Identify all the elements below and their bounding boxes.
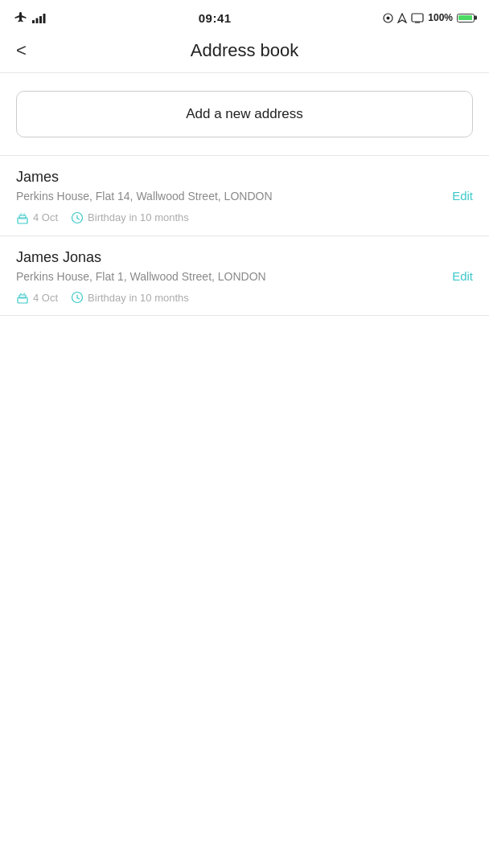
cake-icon xyxy=(16,291,29,304)
contact-edit-button[interactable]: Edit xyxy=(452,189,473,203)
location-icon xyxy=(383,13,393,23)
contact-name: James xyxy=(16,169,473,186)
svg-rect-6 xyxy=(412,14,423,22)
birthday-meta: 4 Oct xyxy=(16,291,58,304)
signal-icon xyxy=(32,13,47,23)
svg-rect-0 xyxy=(32,20,35,23)
svg-rect-3 xyxy=(43,14,46,23)
svg-line-14 xyxy=(77,218,80,219)
svg-rect-2 xyxy=(39,16,42,23)
screen-icon xyxy=(411,13,424,23)
status-right: 100% xyxy=(383,12,475,23)
contact-name: James Jonas xyxy=(16,249,473,266)
birthday-countdown-meta: Birthday in 10 months xyxy=(71,291,189,304)
status-bar: 09:41 100% xyxy=(0,0,489,32)
contact-meta: 4 Oct Birthday in 10 months xyxy=(16,211,473,224)
status-left xyxy=(14,12,47,23)
contact-address-row: Perkins House, Flat 14, Wallwood Street,… xyxy=(16,189,473,205)
back-button[interactable]: < xyxy=(16,42,27,59)
svg-line-21 xyxy=(77,298,80,300)
birthday-countdown: Birthday in 10 months xyxy=(88,211,189,223)
contact-item: James Perkins House, Flat 14, Wallwood S… xyxy=(0,156,489,235)
page-title: Address book xyxy=(191,40,299,61)
contact-edit-button[interactable]: Edit xyxy=(452,269,473,283)
navigation-icon xyxy=(397,13,407,23)
contact-address: Perkins House, Flat 1, Wallwood Street, … xyxy=(16,269,444,285)
clock-icon xyxy=(71,291,84,304)
contact-item: James Jonas Perkins House, Flat 1, Wallw… xyxy=(0,236,489,316)
birthday-date: 4 Oct xyxy=(33,211,58,223)
status-time: 09:41 xyxy=(199,11,232,25)
cake-icon xyxy=(16,211,29,224)
birthday-date: 4 Oct xyxy=(33,292,58,304)
add-address-button[interactable]: Add a new address xyxy=(16,91,473,137)
contact-address: Perkins House, Flat 14, Wallwood Street,… xyxy=(16,189,444,205)
page-header: < Address book xyxy=(0,32,489,73)
contact-address-row: Perkins House, Flat 1, Wallwood Street, … xyxy=(16,269,473,285)
birthday-countdown-meta: Birthday in 10 months xyxy=(71,211,189,224)
battery-icon xyxy=(457,14,475,23)
birthday-meta: 4 Oct xyxy=(16,211,58,224)
svg-point-5 xyxy=(387,16,390,19)
contacts-list: James Perkins House, Flat 14, Wallwood S… xyxy=(0,156,489,316)
svg-rect-1 xyxy=(36,18,39,23)
divider-bottom xyxy=(0,315,489,316)
clock-icon xyxy=(71,211,84,224)
airplane-icon xyxy=(14,12,27,23)
battery-percent: 100% xyxy=(428,12,453,23)
birthday-countdown: Birthday in 10 months xyxy=(88,292,189,304)
contact-meta: 4 Oct Birthday in 10 months xyxy=(16,291,473,304)
